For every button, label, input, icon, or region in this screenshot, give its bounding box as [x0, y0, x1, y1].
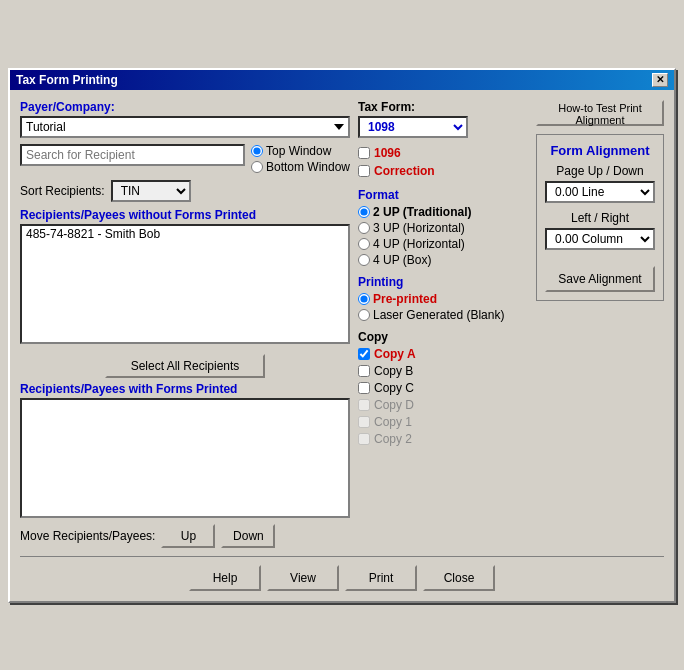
left-right-label: Left / Right — [545, 211, 655, 225]
copy-b-check[interactable] — [358, 365, 370, 377]
select-all-button[interactable]: Select All Recipients — [105, 354, 265, 378]
copy-a-check[interactable] — [358, 348, 370, 360]
middle-column: Tax Form: 1098 1096 Correction — [358, 100, 528, 449]
tax-form-select-wrapper: 1098 — [358, 116, 528, 138]
format-section: Format 2 UP (Traditional) 3 UP (Horizont… — [358, 188, 528, 267]
payer-section: Payer/Company: Tutorial — [20, 100, 350, 138]
copy-b-row: Copy B — [358, 364, 528, 378]
content-area: Payer/Company: Tutorial Top Window — [10, 90, 674, 601]
copy-d-row: Copy D — [358, 398, 528, 412]
printing-title: Printing — [358, 275, 528, 289]
tax-form-select[interactable]: 1098 — [358, 116, 468, 138]
copy-1-row: Copy 1 — [358, 415, 528, 429]
window-radio-group: Top Window Bottom Window — [251, 144, 350, 174]
recipients-with-list[interactable] — [20, 398, 350, 518]
check-correction[interactable] — [358, 165, 370, 177]
sort-label: Sort Recipients: — [20, 184, 105, 198]
recipients-without-section: Recipients/Payees without Forms Printed … — [20, 208, 350, 344]
sort-select[interactable]: TIN Name Zip — [111, 180, 191, 202]
tax-form-label: Tax Form: — [358, 100, 528, 114]
close-button[interactable]: Close — [423, 565, 495, 591]
right-column: How-to Test Print Alignment Form Alignme… — [536, 100, 664, 301]
check-1096-row: 1096 — [358, 146, 528, 160]
payer-label: Payer/Company: — [20, 100, 350, 114]
format-radio-1[interactable]: 3 UP (Horizontal) — [358, 221, 528, 235]
page-ud-section: Page Up / Down 0.00 Line 0.25 Line 0.50 … — [545, 164, 655, 203]
how-to-btn[interactable]: How-to Test Print Alignment — [536, 100, 664, 126]
move-row: Move Recipients/Payees: Up Down — [20, 524, 350, 548]
tax-form-section: Tax Form: 1098 — [358, 100, 528, 138]
select-all-wrapper: Select All Recipients — [20, 350, 350, 378]
left-column: Payer/Company: Tutorial Top Window — [20, 100, 350, 548]
copy-d-check[interactable] — [358, 399, 370, 411]
label-1096: 1096 — [374, 146, 401, 160]
label-correction: Correction — [374, 164, 435, 178]
left-right-select[interactable]: 0.00 Column 0.25 Column 0.50 Column -0.2… — [545, 228, 655, 250]
copy-1-label: Copy 1 — [374, 415, 412, 429]
payer-select[interactable]: Tutorial — [20, 116, 350, 138]
main-row: Payer/Company: Tutorial Top Window — [20, 100, 664, 548]
copy-1-check[interactable] — [358, 416, 370, 428]
list-item[interactable]: 485-74-8821 - Smith Bob — [22, 226, 348, 242]
move-down-button[interactable]: Down — [221, 524, 275, 548]
copy-2-check[interactable] — [358, 433, 370, 445]
main-window: Tax Form Printing ✕ Payer/Company: Tutor… — [8, 68, 676, 603]
window-title: Tax Form Printing — [16, 73, 118, 87]
page-ud-label: Page Up / Down — [545, 164, 655, 178]
form-alignment-panel: Form Alignment Page Up / Down 0.00 Line … — [536, 134, 664, 301]
format-title: Format — [358, 188, 528, 202]
copy-b-label: Copy B — [374, 364, 413, 378]
printing-radio-0[interactable]: Pre-printed — [358, 292, 528, 306]
copy-a-label: Copy A — [374, 347, 416, 361]
print-button[interactable]: Print — [345, 565, 417, 591]
help-button[interactable]: Help — [189, 565, 261, 591]
top-window-radio[interactable]: Top Window — [251, 144, 350, 158]
recipients-with-section: Recipients/Payees with Forms Printed — [20, 382, 350, 518]
close-icon[interactable]: ✕ — [652, 73, 668, 87]
copy-a-row: Copy A — [358, 347, 528, 361]
recipients-without-label: Recipients/Payees without Forms Printed — [20, 208, 350, 222]
search-input[interactable] — [20, 144, 245, 166]
copy-c-check[interactable] — [358, 382, 370, 394]
bottom-window-radio[interactable]: Bottom Window — [251, 160, 350, 174]
move-label: Move Recipients/Payees: — [20, 529, 155, 543]
copy-title: Copy — [358, 330, 528, 344]
title-bar: Tax Form Printing ✕ — [10, 70, 674, 90]
recipients-with-label: Recipients/Payees with Forms Printed — [20, 382, 350, 396]
copy-2-row: Copy 2 — [358, 432, 528, 446]
left-right-section: Left / Right 0.00 Column 0.25 Column 0.5… — [545, 211, 655, 250]
search-radio-row: Top Window Bottom Window — [20, 144, 350, 174]
format-radio-3[interactable]: 4 UP (Box) — [358, 253, 528, 267]
copy-section: Copy Copy A Copy B Copy C — [358, 330, 528, 446]
check-correction-row: Correction — [358, 164, 528, 178]
copy-c-label: Copy C — [374, 381, 414, 395]
view-button[interactable]: View — [267, 565, 339, 591]
move-up-button[interactable]: Up — [161, 524, 215, 548]
form-alignment-title: Form Alignment — [545, 143, 655, 158]
copy-d-label: Copy D — [374, 398, 414, 412]
bottom-button-row: Help View Print Close — [20, 556, 664, 591]
format-radio-0[interactable]: 2 UP (Traditional) — [358, 205, 528, 219]
printing-section: Printing Pre-printed Laser Generated (Bl… — [358, 275, 528, 322]
recipients-without-list[interactable]: 485-74-8821 - Smith Bob — [20, 224, 350, 344]
save-alignment-button[interactable]: Save Alignment — [545, 266, 655, 292]
format-radio-2[interactable]: 4 UP (Horizontal) — [358, 237, 528, 251]
page-ud-select[interactable]: 0.00 Line 0.25 Line 0.50 Line -0.25 Line — [545, 181, 655, 203]
printing-radio-1[interactable]: Laser Generated (Blank) — [358, 308, 528, 322]
check-1096[interactable] — [358, 147, 370, 159]
copy-c-row: Copy C — [358, 381, 528, 395]
sort-row: Sort Recipients: TIN Name Zip — [20, 180, 350, 202]
copy-2-label: Copy 2 — [374, 432, 412, 446]
payer-select-wrapper: Tutorial — [20, 116, 350, 138]
